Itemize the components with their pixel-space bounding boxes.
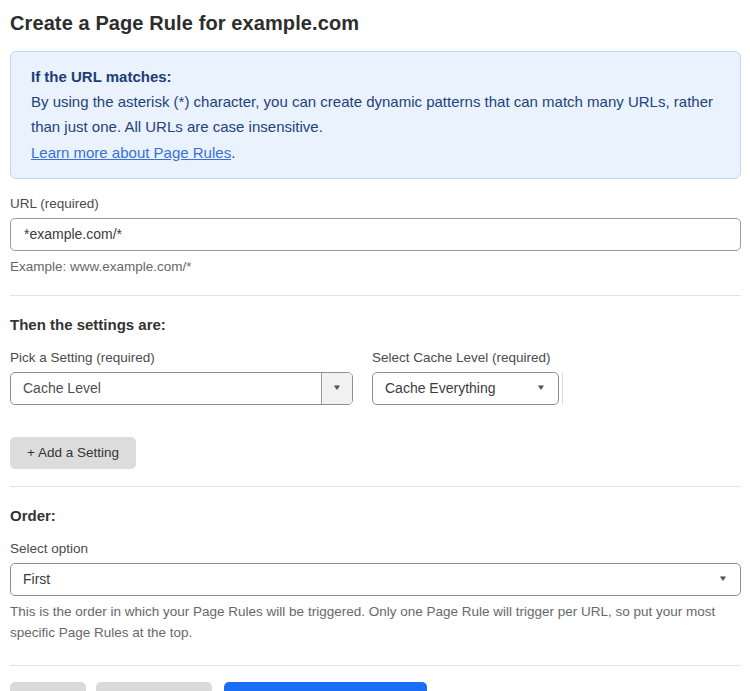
order-helper-text: This is the order in which your Page Rul… bbox=[10, 602, 732, 644]
cache-level-select-label: Select Cache Level (required) bbox=[372, 350, 563, 365]
order-select[interactable]: First ▼ bbox=[10, 563, 741, 596]
setting-select-group: Pick a Setting (required) Cache Level ▼ bbox=[10, 333, 353, 405]
order-section-heading: Order: bbox=[10, 507, 741, 524]
settings-row: Pick a Setting (required) Cache Level ▼ … bbox=[10, 333, 741, 405]
cache-level-select-arrow: ▼ bbox=[537, 384, 558, 392]
divider bbox=[10, 665, 741, 666]
learn-more-link[interactable]: Learn more about Page Rules bbox=[31, 144, 231, 161]
setting-select-value: Cache Level bbox=[11, 380, 321, 396]
info-box-heading: If the URL matches: bbox=[31, 64, 720, 89]
cache-level-select-wrap: Cache Everything ▼ bbox=[372, 372, 563, 405]
setting-select-label: Pick a Setting (required) bbox=[10, 350, 353, 365]
info-box-link-line: Learn more about Page Rules. bbox=[31, 140, 720, 165]
setting-select-arrow-button[interactable]: ▼ bbox=[321, 373, 352, 404]
info-box-body: By using the asterisk (*) character, you… bbox=[31, 89, 720, 139]
divider bbox=[10, 295, 741, 296]
url-field-helper: Example: www.example.com/* bbox=[10, 257, 741, 278]
save-and-deploy-button[interactable]: Save and Deploy Page Rule bbox=[224, 682, 428, 691]
chevron-down-icon: ▼ bbox=[718, 575, 728, 583]
link-suffix: . bbox=[231, 144, 235, 161]
order-select-label: Select option bbox=[10, 541, 741, 556]
setting-select[interactable]: Cache Level ▼ bbox=[10, 372, 353, 405]
vertical-divider bbox=[562, 372, 563, 405]
cancel-button[interactable]: Cancel bbox=[10, 682, 86, 691]
cache-level-select-value: Cache Everything bbox=[373, 380, 537, 396]
url-field-label: URL (required) bbox=[10, 196, 741, 211]
divider bbox=[10, 486, 741, 487]
add-setting-button[interactable]: + Add a Setting bbox=[10, 437, 136, 469]
save-as-draft-button[interactable]: Save as Draft bbox=[96, 682, 212, 691]
form-actions: Cancel Save as Draft Save and Deploy Pag… bbox=[10, 682, 741, 691]
cache-level-select[interactable]: Cache Everything ▼ bbox=[372, 372, 559, 405]
chevron-down-icon: ▼ bbox=[536, 384, 546, 392]
url-input[interactable] bbox=[10, 218, 741, 251]
settings-section-heading: Then the settings are: bbox=[10, 316, 741, 333]
order-select-value: First bbox=[11, 571, 719, 587]
url-match-info-box: If the URL matches: By using the asteris… bbox=[10, 51, 741, 179]
order-select-arrow: ▼ bbox=[719, 575, 740, 583]
page-title: Create a Page Rule for example.com bbox=[10, 12, 741, 35]
cache-level-select-group: Select Cache Level (required) Cache Ever… bbox=[372, 333, 563, 405]
chevron-down-icon: ▼ bbox=[332, 384, 342, 392]
